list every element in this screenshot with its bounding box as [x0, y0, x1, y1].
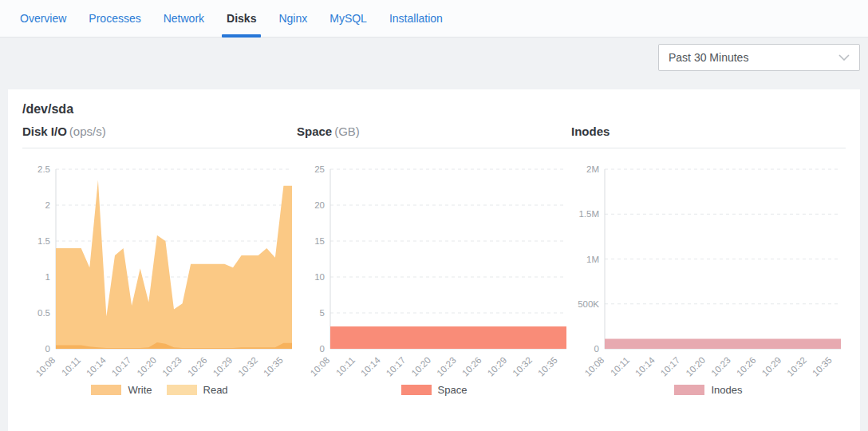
disk-io-chart: 2.521.510.5010:0810:1110:1410:1710:2010:… [22, 148, 297, 382]
inodes-legend: Inodes [571, 382, 846, 397]
legend-label: Write [128, 384, 152, 396]
time-range-value: Past 30 Minutes [669, 51, 748, 64]
legend-swatch-read [167, 385, 197, 395]
svg-text:0: 0 [320, 344, 325, 354]
svg-text:10:20: 10:20 [135, 355, 158, 378]
chevron-down-icon [838, 54, 850, 61]
svg-text:25: 25 [314, 164, 325, 174]
svg-text:2.5: 2.5 [37, 164, 50, 174]
space-chart: 252015105010:0810:1110:1410:1710:2010:23… [297, 148, 571, 382]
legend-inodes: Inodes [674, 384, 742, 396]
chart-section-inodes: Inodes 2M1.5M1M500K010:0810:1110:1410:17… [571, 118, 846, 397]
svg-text:10:32: 10:32 [785, 355, 808, 378]
chart-title-disk-io: Disk I/O(ops/s) [22, 118, 297, 148]
svg-text:15: 15 [314, 236, 325, 246]
space-legend: Space [297, 382, 571, 397]
chart-section-disk-io: Disk I/O(ops/s) 2.521.510.5010:0810:1110… [22, 118, 297, 397]
svg-text:10:29: 10:29 [486, 355, 509, 378]
svg-text:10:08: 10:08 [583, 355, 606, 378]
svg-text:10:35: 10:35 [262, 355, 285, 378]
tab-nginx[interactable]: Nginx [274, 0, 312, 37]
svg-text:2M: 2M [586, 164, 599, 174]
svg-text:1: 1 [45, 272, 50, 282]
svg-text:10:14: 10:14 [359, 355, 382, 378]
chart-title-space: Space(GB) [297, 118, 571, 148]
tab-overview[interactable]: Overview [15, 0, 71, 37]
chart-title-text: Space [297, 125, 332, 138]
chart-unit-text: (ops/s) [69, 125, 106, 138]
svg-text:10:14: 10:14 [633, 355, 657, 378]
chart-section-space: Space(GB) 252015105010:0810:1110:1410:17… [297, 118, 571, 397]
svg-text:10:23: 10:23 [435, 355, 458, 378]
svg-text:10:17: 10:17 [110, 355, 133, 378]
svg-text:10:23: 10:23 [709, 355, 732, 378]
svg-text:1.5: 1.5 [37, 236, 50, 246]
device-card: /dev/sda Disk I/O(ops/s) 2.521.510.5010:… [8, 89, 860, 431]
legend-swatch-space [401, 385, 432, 395]
svg-text:10:11: 10:11 [334, 355, 357, 378]
svg-text:10:08: 10:08 [34, 355, 57, 378]
tab-network[interactable]: Network [159, 0, 209, 37]
chart-title-text: Inodes [571, 125, 610, 138]
svg-text:1.5M: 1.5M [578, 209, 599, 219]
tab-bar: OverviewProcessesNetworkDisksNginxMySQLI… [0, 0, 868, 38]
svg-text:0.5: 0.5 [37, 308, 50, 318]
svg-text:10:20: 10:20 [409, 355, 432, 378]
device-title: /dev/sda [22, 89, 846, 118]
tab-processes[interactable]: Processes [84, 0, 145, 37]
svg-text:10:11: 10:11 [609, 355, 631, 378]
tab-disks[interactable]: Disks [222, 0, 261, 37]
svg-text:5: 5 [320, 308, 325, 318]
svg-text:0: 0 [594, 344, 599, 354]
svg-text:10:26: 10:26 [735, 355, 758, 378]
legend-swatch-inodes [674, 385, 704, 395]
svg-text:10:23: 10:23 [160, 355, 183, 378]
svg-text:10:08: 10:08 [309, 355, 332, 378]
svg-text:10:35: 10:35 [536, 355, 559, 378]
svg-text:10:35: 10:35 [811, 355, 834, 378]
svg-text:10: 10 [314, 272, 325, 282]
svg-text:10:26: 10:26 [186, 355, 209, 378]
svg-text:10:32: 10:32 [511, 355, 534, 378]
legend-label: Read [203, 384, 228, 396]
svg-text:10:29: 10:29 [211, 355, 235, 378]
tab-installation[interactable]: Installation [385, 0, 448, 37]
svg-text:2: 2 [45, 200, 50, 210]
legend-read: Read [167, 384, 228, 396]
svg-text:10:20: 10:20 [684, 355, 707, 378]
svg-text:10:14: 10:14 [85, 355, 108, 378]
disk-io-legend: WriteRead [22, 382, 297, 397]
svg-text:10:17: 10:17 [385, 355, 408, 378]
svg-text:20: 20 [314, 200, 325, 210]
svg-text:0: 0 [45, 344, 50, 354]
chart-unit-text: (GB) [334, 125, 360, 138]
legend-swatch-write [91, 385, 121, 395]
svg-text:500K: 500K [578, 299, 599, 309]
legend-label: Inodes [711, 384, 742, 396]
tab-mysql[interactable]: MySQL [325, 0, 372, 37]
inodes-chart: 2M1.5M1M500K010:0810:1110:1410:1710:2010… [571, 148, 846, 382]
svg-text:10:26: 10:26 [460, 355, 483, 378]
time-range-select[interactable]: Past 30 Minutes [658, 44, 860, 71]
svg-text:10:32: 10:32 [236, 355, 259, 378]
svg-text:10:11: 10:11 [60, 355, 82, 378]
svg-text:10:17: 10:17 [659, 355, 682, 378]
svg-text:10:29: 10:29 [760, 355, 783, 378]
charts-row: Disk I/O(ops/s) 2.521.510.5010:0810:1110… [22, 118, 846, 397]
chart-title-inodes: Inodes [571, 118, 846, 148]
legend-space: Space [401, 384, 468, 396]
legend-write: Write [91, 384, 152, 396]
chart-title-text: Disk I/O [22, 125, 67, 138]
legend-label: Space [438, 384, 468, 396]
svg-text:1M: 1M [586, 255, 599, 264]
